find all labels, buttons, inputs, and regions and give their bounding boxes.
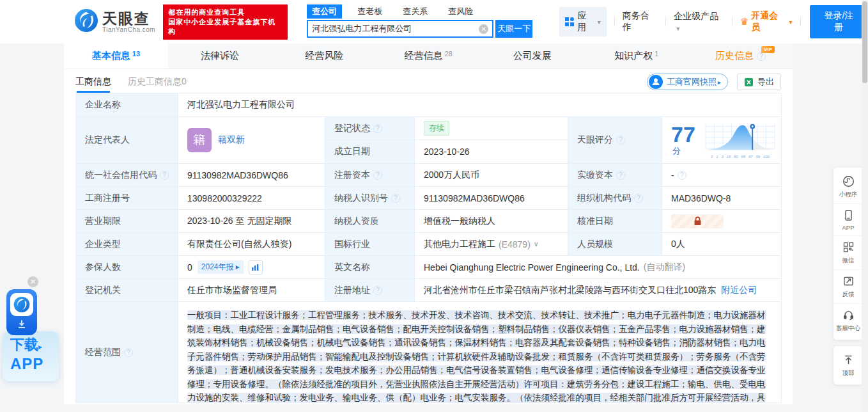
org-code-label: 组织机构代码?: [568, 187, 662, 210]
avatar[interactable]: 籍: [187, 128, 212, 152]
score-bell-chart: 0131550859799100: [704, 122, 776, 159]
nearby-companies-link[interactable]: 附近公司: [721, 285, 757, 296]
score-ticks: 0131550859799100: [711, 155, 770, 159]
float-toolbar: 小程序 APP 微信 反馈 客服中心 顶部: [833, 168, 863, 384]
search-tab-risk[interactable]: 查风险: [443, 4, 478, 19]
app-logo-icon: [10, 293, 33, 316]
reg-capital-value: 2000万人民币: [415, 164, 568, 187]
reg-capital-label: 注册资本?: [325, 164, 415, 187]
app-download-icon[interactable]: [6, 289, 37, 335]
bar-chart-icon: [251, 264, 260, 271]
nav-cooperation[interactable]: 商务合作: [623, 10, 658, 33]
scope-value: 一般项目：工业工程设计服务；工程管理服务；技术服务、技术开发、技术咨询、技术交流…: [178, 302, 782, 403]
person-badge-icon: [649, 75, 663, 89]
arrow-right-icon: ▸: [38, 342, 42, 351]
wechat-qr-button[interactable]: 微信: [833, 236, 863, 270]
tab-basic-info[interactable]: 基本信息13: [64, 44, 168, 68]
search-tabs: 查公司 查老板 查关系 查风险: [307, 6, 532, 19]
industry-value: 其他电力工程施工 (E4879) ∨: [415, 233, 568, 256]
arrow-up-icon: [842, 354, 855, 366]
search-button[interactable]: 天眼一下: [495, 20, 532, 38]
help-icon[interactable]: ?: [373, 286, 382, 295]
clear-icon[interactable]: ✕: [479, 24, 488, 34]
widget-close-icon[interactable]: ✕: [27, 276, 38, 287]
score-cell[interactable]: 77分 013155085979: [662, 117, 782, 164]
help-icon[interactable]: ?: [124, 348, 133, 357]
reg-authority-value: 任丘市市场监督管理局: [178, 279, 325, 302]
taxpayer-quality-value: 增值税一般纳税人: [415, 210, 568, 233]
chevron-down-icon: ▾: [598, 19, 601, 26]
app-button[interactable]: APP: [833, 204, 863, 236]
export-button[interactable]: 导出: [737, 74, 781, 90]
company-name-value: 河北强弘电力工程有限公司: [178, 93, 782, 117]
chevron-down-icon: ▾: [676, 25, 679, 32]
trend-chart-button[interactable]: [249, 260, 263, 274]
feedback-button[interactable]: 反馈: [833, 270, 863, 304]
site-header: 天眼查 TianYanCha.com 都在用的商业查询工具 国家中小企业发展子基…: [0, 0, 868, 44]
tab-history[interactable]: VIP 历史信息?: [688, 44, 793, 68]
nav-vip[interactable]: ♛ 开通会员 ▾: [740, 10, 793, 33]
help-icon[interactable]: ?: [634, 194, 643, 203]
scrollbar-thumb[interactable]: [862, 1, 867, 83]
search-input[interactable]: [308, 24, 479, 34]
apps-menu[interactable]: 应用 ▾: [559, 7, 607, 36]
scrollbar[interactable]: [862, 0, 868, 412]
mini-program-button[interactable]: 小程序: [833, 170, 863, 204]
app-download-panel[interactable]: 下载▸ APP: [3, 331, 59, 381]
login-button[interactable]: 登录/注册: [810, 5, 868, 38]
help-icon[interactable]: ?: [678, 171, 686, 180]
headset-icon: [842, 309, 855, 321]
crown-icon: ♛: [740, 16, 748, 28]
insured-value: 0 2024年报 ▸: [178, 256, 325, 279]
main-tabs: 基本信息13 法律诉讼 经营风险 经营信息28 公司发展 知识产权1 VIP 历…: [64, 44, 793, 69]
english-name-value: Hebei Qianghung Electric Power Engineeri…: [415, 256, 782, 279]
score-label: 天眼评分?: [568, 117, 662, 164]
qr-code-icon: [842, 241, 855, 253]
help-icon[interactable]: ?: [373, 124, 382, 133]
taxpayer-id-label: 纳税人识别号?: [325, 187, 415, 210]
header-nav: 应用 ▾ 商务合作 企业级产品▾ ♛ 开通会员 ▾ 登录/注册: [559, 5, 868, 38]
search-tab-company[interactable]: 查公司: [307, 4, 342, 19]
help-icon[interactable]: ?: [616, 171, 625, 180]
brand-name: 天眼查: [102, 10, 150, 27]
subtab-history-info[interactable]: 历史工商信息0: [128, 76, 187, 93]
tianyancha-logo[interactable]: 天眼查 TianYanCha.com: [74, 8, 155, 35]
tab-legal[interactable]: 法律诉讼: [168, 44, 272, 68]
status-badge: 存续: [424, 121, 449, 136]
company-card: 基本信息13 法律诉讼 经营风险 经营信息28 公司发展 知识产权1 VIP 历…: [64, 44, 793, 404]
nav-enterprise[interactable]: 企业级产品▾: [674, 11, 724, 33]
locked-value[interactable]: [671, 214, 724, 228]
grid-icon: [565, 17, 574, 26]
business-info-table: 企业名称 河北强弘电力工程有限公司 法定代表人 籍 籍双新 登记状态? 存续 天…: [75, 93, 781, 403]
phone-icon: [842, 209, 855, 221]
tab-ip[interactable]: 知识产权1: [584, 44, 688, 68]
help-icon[interactable]: ?: [373, 171, 382, 180]
annual-report-link[interactable]: 2024年报 ▸: [198, 260, 244, 274]
customer-service-button[interactable]: 客服中心: [833, 304, 863, 337]
back-to-top-button[interactable]: 顶部: [833, 349, 863, 382]
reg-status-label: 登记状态?: [325, 117, 415, 140]
tab-operation[interactable]: 经营信息28: [376, 44, 481, 68]
excel-icon: [744, 77, 754, 87]
score-value: 77: [671, 122, 695, 147]
help-icon[interactable]: ?: [616, 136, 625, 145]
legal-rep-link[interactable]: 籍双新: [218, 134, 245, 146]
subtab-business-info[interactable]: 工商信息: [75, 76, 111, 93]
sub-tabs-row: 工商信息 历史工商信息0 工商官网快照 ▸ 导出: [64, 70, 793, 93]
tab-development[interactable]: 公司发展: [480, 44, 584, 68]
tab-risk[interactable]: 经营风险: [272, 44, 376, 68]
paid-capital-label: 实缴资本?: [568, 164, 662, 187]
establish-date-value: 2023-10-26: [415, 140, 568, 164]
search-tab-relation[interactable]: 查关系: [398, 4, 433, 19]
insured-label: 参保人数: [76, 256, 178, 279]
search-tab-boss[interactable]: 查老板: [352, 4, 387, 19]
business-term-label: 营业期限: [76, 210, 178, 233]
help-icon[interactable]: ?: [160, 171, 169, 180]
help-icon[interactable]: ?: [391, 194, 400, 203]
legal-rep-cell: 籍 籍双新: [178, 117, 325, 164]
reg-authority-label: 登记机关: [76, 279, 178, 302]
arrow-right-icon: ▸: [718, 79, 721, 86]
official-snapshot-button[interactable]: 工商官网快照 ▸: [647, 74, 728, 90]
chevron-down-icon[interactable]: ∨: [534, 240, 539, 248]
approval-date-value: [662, 210, 782, 233]
